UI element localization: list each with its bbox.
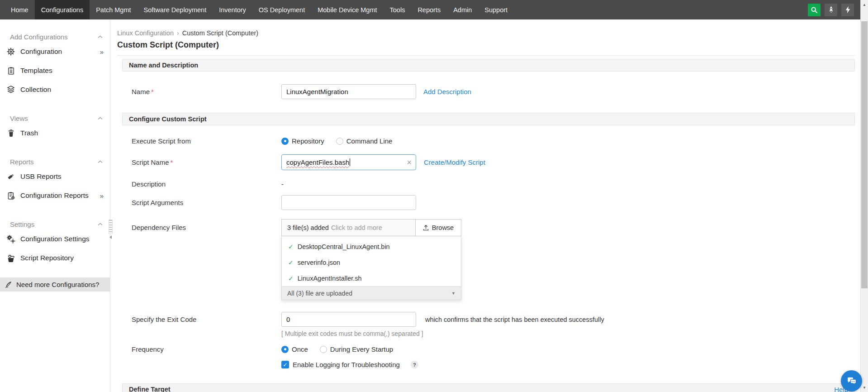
check-icon: ✓ <box>288 275 294 282</box>
sidebar-resize-handle[interactable] <box>108 220 113 239</box>
sidebar-item-trash[interactable]: Trash <box>0 124 110 143</box>
logging-checkbox-checked[interactable] <box>281 361 289 368</box>
chevron-down-icon[interactable]: ▼ <box>451 291 455 296</box>
sidebar-item-label: Configuration Reports <box>20 191 89 200</box>
file-name: DesktopCentral_LinuxAgent.bin <box>298 243 390 250</box>
required-asterisk: * <box>151 88 154 96</box>
need-more-configurations-button[interactable]: Need more Configurations? <box>0 277 110 292</box>
dependency-file-item[interactable]: ✓ serverinfo.json <box>282 254 461 270</box>
sidebar-item-configuration-settings[interactable]: Configuration Settings <box>0 229 110 249</box>
main-content: Linux Configuration › Custom Script (Com… <box>110 19 860 392</box>
name-row: Name* Add Description <box>122 84 855 99</box>
help-question-icon[interactable]: ? <box>411 361 418 368</box>
scroll-up-arrow-icon[interactable]: ▲ <box>861 1 868 8</box>
breadcrumb-linux-configuration[interactable]: Linux Configuration <box>117 29 174 37</box>
radio-selected-icon[interactable] <box>281 138 289 145</box>
exit-code-input[interactable] <box>281 312 416 327</box>
description-label: Description <box>132 180 281 188</box>
sidebar-item-label: Collection <box>20 86 51 94</box>
nav-item-home[interactable]: Home <box>5 0 35 19</box>
frequency-row: Frequency Once During Every Startup <box>122 345 855 353</box>
upload-status-footer[interactable]: All (3) file are uploaded ▼ <box>282 286 461 300</box>
search-button[interactable] <box>808 4 821 16</box>
script-name-input[interactable]: copyAgentFiles.bash × <box>281 154 416 170</box>
script-repository-icon <box>6 253 15 263</box>
check-icon: ✓ <box>288 259 294 266</box>
clear-icon[interactable]: × <box>407 158 412 167</box>
sidebar-section-views: Views <box>10 113 103 124</box>
nav-item-tools[interactable]: Tools <box>384 0 412 19</box>
clipboard-gear-icon <box>6 191 15 200</box>
radio-selected-icon[interactable] <box>281 346 289 353</box>
logging-label: Enable Logging for Troubleshooting <box>293 361 400 368</box>
section-title: Name and Description <box>129 62 198 69</box>
add-description-link[interactable]: Add Description <box>423 88 471 96</box>
nav-item-support[interactable]: Support <box>478 0 514 19</box>
nav-item-os-deployment[interactable]: OS Deployment <box>252 0 311 19</box>
script-name-label: Script Name* <box>132 158 281 166</box>
radio-label: During Every Startup <box>330 345 393 353</box>
getting-started-button[interactable] <box>825 4 837 16</box>
radio-unselected-icon[interactable] <box>336 138 343 145</box>
radio-command-line[interactable]: Command Line <box>336 137 393 145</box>
chevron-up-icon[interactable] <box>98 223 103 226</box>
dependency-file-item[interactable]: ✓ LinuxAgentInstaller.sh <box>282 270 461 286</box>
radio-repository[interactable]: Repository <box>281 137 324 145</box>
vertical-scrollbar[interactable]: ▲ ▼ <box>860 0 868 392</box>
sidebar-item-label: Script Repository <box>20 254 74 262</box>
sidebar-item-label: Trash <box>20 129 38 137</box>
breadcrumb-current: Custom Script (Computer) <box>182 29 258 37</box>
script-arguments-row: Script Arguments <box>122 195 855 210</box>
sidebar-item-collection[interactable]: Collection <box>0 80 110 99</box>
script-arguments-input[interactable] <box>281 195 416 210</box>
sidebar-item-label: Configuration <box>20 48 62 56</box>
sidebar-item-script-repository[interactable]: Script Repository <box>0 249 110 268</box>
sidebar-item-usb-reports[interactable]: USB Reports <box>0 167 110 186</box>
section-title: Add Configurations <box>10 33 68 41</box>
chevron-up-icon[interactable] <box>98 35 103 38</box>
radio-unselected-icon[interactable] <box>320 346 327 353</box>
browse-label: Browse <box>432 224 454 231</box>
trash-icon <box>6 129 15 138</box>
nav-item-reports[interactable]: Reports <box>411 0 447 19</box>
scroll-down-arrow-icon[interactable]: ▼ <box>861 384 868 391</box>
quick-actions-button[interactable] <box>841 4 854 16</box>
execute-script-from-row: Execute Script from Repository Command L… <box>122 137 855 145</box>
section-title: Define Target <box>129 386 171 392</box>
radio-during-every-startup[interactable]: During Every Startup <box>320 345 393 353</box>
dependency-files-label: Dependency Files <box>132 224 281 231</box>
radio-label: Repository <box>292 137 324 145</box>
browse-button[interactable]: Browse <box>415 220 461 236</box>
script-name-value: copyAgentFiles.bash <box>286 158 349 166</box>
nav-item-patch-mgmt[interactable]: Patch Mgmt <box>90 0 137 19</box>
exit-code-row: Specify the Exit Code which confirms tha… <box>122 312 855 327</box>
nav-item-configurations[interactable]: Configurations <box>35 0 90 19</box>
section-title: Settings <box>10 220 34 228</box>
files-added-field[interactable]: 3 file(s) added Click to add more <box>282 220 415 236</box>
chevron-up-icon[interactable] <box>98 117 103 120</box>
radio-once[interactable]: Once <box>281 345 308 353</box>
create-modify-script-link[interactable]: Create/Modify Script <box>424 158 485 166</box>
live-chat-button[interactable] <box>841 370 862 392</box>
dependency-file-item[interactable]: ✓ DesktopCentral_LinuxAgent.bin <box>282 239 461 254</box>
sidebar-item-configuration[interactable]: Configuration » <box>0 42 110 61</box>
lightning-icon <box>844 6 851 14</box>
section-header-configure-custom-script: Configure Custom Script <box>122 113 855 125</box>
sidebar-item-templates[interactable]: Templates <box>0 61 110 80</box>
nav-item-software-deployment[interactable]: Software Deployment <box>138 0 213 19</box>
sidebar: Add Configurations Configuration » Templ… <box>0 19 110 392</box>
sidebar-item-label: USB Reports <box>20 172 61 181</box>
quill-icon <box>5 281 13 289</box>
nav-item-mobile-device-mgmt[interactable]: Mobile Device Mgmt <box>311 0 383 19</box>
scrollbar-thumb[interactable] <box>861 21 868 288</box>
description-value: - <box>281 180 284 188</box>
click-to-add-more-hint: Click to add more <box>331 224 382 231</box>
dependency-files-row: Dependency Files 3 file(s) added Click t… <box>122 219 855 300</box>
exit-code-label: Specify the Exit Code <box>132 316 281 323</box>
upload-status-text: All (3) file are uploaded <box>287 290 352 297</box>
sidebar-item-configuration-reports[interactable]: Configuration Reports » <box>0 186 110 205</box>
chevron-up-icon[interactable] <box>98 160 103 163</box>
nav-item-inventory[interactable]: Inventory <box>213 0 252 19</box>
name-input[interactable] <box>281 84 416 99</box>
nav-item-admin[interactable]: Admin <box>447 0 478 19</box>
